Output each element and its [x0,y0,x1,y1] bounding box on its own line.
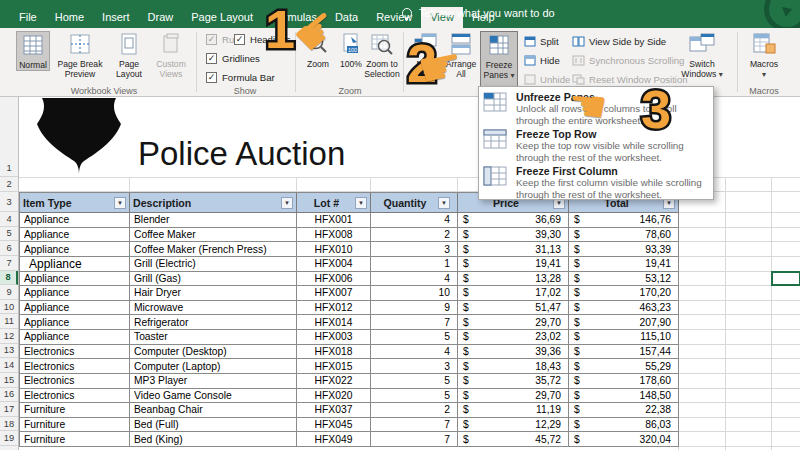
row-header-15[interactable]: 15 [0,373,18,388]
row-header-13[interactable]: 13 [0,344,18,359]
cell[interactable]: HFX022 [297,374,371,389]
table-row[interactable]: ElectronicsVideo Game ConsoleHFX0205$29,… [20,389,679,404]
cell[interactable]: $13,28 [458,272,569,287]
tell-me-box[interactable]: Tell me what you want to do [402,7,555,19]
cell[interactable]: $36,69 [458,213,569,228]
split-button[interactable]: Split [524,36,559,47]
cell[interactable]: $23,02 [458,330,569,345]
menu-item-freeze-top-row[interactable]: Freeze Top Row Keep the top row visible … [483,128,713,163]
table-row[interactable]: FurnitureBeanbag ChairHFX0372$11,19$22,3… [20,403,679,418]
cell[interactable]: Electronics [20,345,130,360]
cell[interactable]: HFX020 [297,389,371,404]
cell[interactable]: HFX004 [297,257,371,272]
page-layout-view-button[interactable]: Page Layout [110,31,148,79]
cell[interactable]: $51,47 [458,301,569,316]
cell[interactable]: Grill (Gas) [130,272,297,287]
cell[interactable]: Furniture [20,418,130,433]
cell[interactable]: $12,29 [458,418,569,433]
cell[interactable]: 7 [371,315,458,330]
table-row[interactable]: FurnitureBed (Full)HFX0457$12,29$86,03 [20,418,679,433]
cell[interactable]: HFX006 [297,272,371,287]
cell[interactable]: MP3 Player [130,374,297,389]
cell[interactable]: 4 [371,272,458,287]
selected-cell[interactable] [771,271,800,286]
cell[interactable]: $29,70 [458,389,569,404]
cell[interactable]: HFX003 [297,330,371,345]
tab-file[interactable]: File [10,7,46,28]
cell[interactable]: Toaster [130,330,297,345]
cell[interactable]: $39,30 [458,228,569,243]
cell[interactable]: $146,76 [569,213,679,228]
cell[interactable]: Coffee Maker [130,228,297,243]
cell[interactable]: HFX001 [297,213,371,228]
cell[interactable]: Bed (Full) [130,418,297,433]
cell[interactable]: $19,41 [569,257,679,272]
custom-views-button[interactable]: Custom Views [150,31,192,79]
cell[interactable]: Electronics [20,359,130,374]
cell[interactable]: 3 [371,359,458,374]
cell[interactable]: Bed (King) [130,432,297,447]
cell[interactable]: Refrigerator [130,315,297,330]
table-row[interactable]: ApplianceGrill (Electric)HFX0041$19,41$1… [20,257,679,272]
cell[interactable]: Appliance [20,272,130,287]
table-row[interactable]: ApplianceHair DryerHFX00710$17,02$170,20 [20,286,679,301]
cell[interactable]: Appliance [20,330,130,345]
row-header-6[interactable]: 6 [0,241,18,256]
cell[interactable]: $320,04 [569,432,679,447]
row-header-4[interactable]: 4 [0,212,18,227]
cell[interactable]: HFX008 [297,228,371,243]
page-break-preview-button[interactable]: Page Break Preview [52,31,108,79]
cell[interactable]: $11,19 [458,403,569,418]
row-header-12[interactable]: 12 [0,329,18,344]
cell[interactable]: $93,39 [569,242,679,257]
cell[interactable]: 10 [371,286,458,301]
cell[interactable]: $18,43 [458,359,569,374]
table-row[interactable]: ApplianceRefrigeratorHFX0147$29,70$207,9… [20,315,679,330]
hide-button[interactable]: Hide [524,55,560,66]
cell[interactable]: Appliance [20,213,130,228]
cell[interactable]: 4 [371,213,458,228]
filter-dropdown-icon[interactable]: ▼ [281,197,293,209]
cell[interactable]: $463,23 [569,301,679,316]
new-window-button[interactable]: New Window [408,31,442,79]
row-header-8[interactable]: 8 [0,271,18,286]
cell[interactable]: Electronics [20,389,130,404]
row-header-16[interactable]: 16 [0,388,18,403]
cell[interactable]: HFX010 [297,242,371,257]
cell[interactable]: $157,44 [569,345,679,360]
cell[interactable]: HFX045 [297,418,371,433]
unhide-button[interactable]: Unhide [524,74,570,85]
synchronous-scrolling-button[interactable]: Synchronous Scrolling [572,55,684,66]
cell[interactable]: 3 [371,242,458,257]
table-row[interactable]: ElectronicsMP3 PlayerHFX0225$35,72$178,6… [20,374,679,389]
tab-home[interactable]: Home [46,7,93,28]
cell[interactable]: Appliance [20,286,130,301]
row-header-14[interactable]: 14 [0,358,18,373]
header-lot[interactable]: Lot #▼ [297,193,371,213]
cell[interactable]: $55,29 [569,359,679,374]
cell[interactable]: Appliance [20,228,130,243]
cell[interactable]: HFX015 [297,359,371,374]
row-header-3[interactable]: 3 [0,192,18,212]
header-description[interactable]: Description▼ [130,193,297,213]
table-row[interactable]: ApplianceMicrowaveHFX0129$51,47$463,23 [20,301,679,316]
cell[interactable]: 2 [371,403,458,418]
cell[interactable]: HFX049 [297,432,371,447]
table-row[interactable]: ElectronicsComputer (Laptop)HFX0153$18,4… [20,359,679,374]
zoom-100-button[interactable]: 100 100% [336,31,366,69]
table-row[interactable]: ApplianceBlenderHFX0014$36,69$146,76 [20,213,679,228]
arrange-all-button[interactable]: Arrange All [444,31,478,79]
cell[interactable]: Furniture [20,432,130,447]
cell[interactable]: $19,41 [458,257,569,272]
cell[interactable]: HFX037 [297,403,371,418]
row-header-18[interactable]: 18 [0,417,18,432]
cell[interactable]: 9 [371,301,458,316]
cell[interactable]: $17,02 [458,286,569,301]
cell[interactable]: $207,90 [569,315,679,330]
table-row[interactable]: ApplianceCoffee Maker (French Press)HFX0… [20,242,679,257]
cell[interactable]: $39,36 [458,345,569,360]
cell[interactable]: Video Game Console [130,389,297,404]
row-header-19[interactable]: 19 [0,431,18,446]
headings-checkbox[interactable]: ✓ Headings [234,34,291,45]
menu-item-unfreeze-panes[interactable]: Unfreeze Panes Unlock all rows and colum… [483,91,713,126]
